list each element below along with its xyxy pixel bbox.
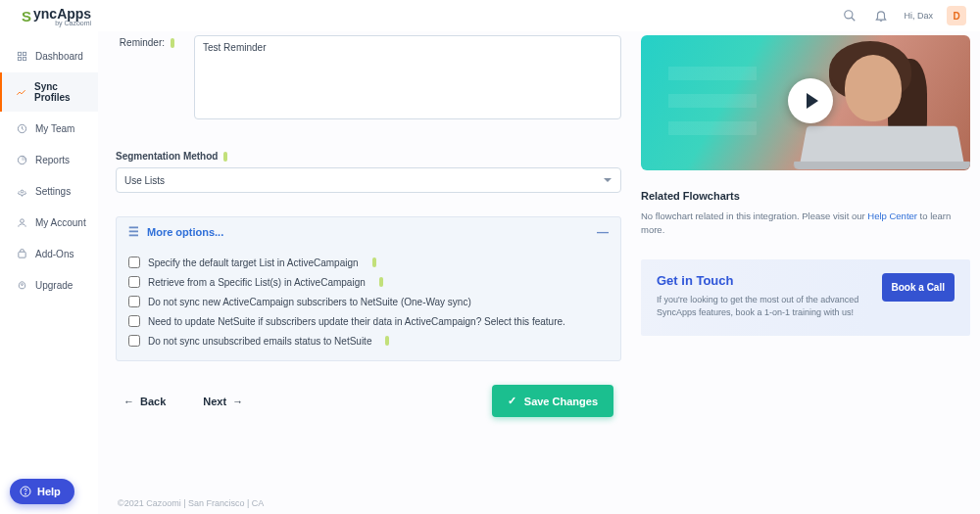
hint-icon[interactable]: [379, 277, 383, 287]
sidebar-item-label: Add-Ons: [35, 249, 74, 259]
option-checkbox[interactable]: [128, 296, 140, 307]
sidebar-item-dashboard[interactable]: Dashboard: [0, 41, 98, 70]
svg-rect-4: [18, 57, 21, 60]
option-checkbox[interactable]: [128, 315, 140, 327]
help-center-link[interactable]: Help Center: [867, 210, 917, 221]
get-in-touch-text: If you're looking to get the most out of…: [657, 294, 872, 320]
sidebar-item-reports[interactable]: Reports: [0, 145, 98, 174]
sidebar-item-label: My Team: [35, 123, 74, 134]
help-label: Help: [37, 486, 61, 497]
arrow-left-icon: ←: [123, 396, 134, 407]
svg-point-9: [20, 218, 24, 222]
save-changes-button[interactable]: ✓ Save Changes: [492, 385, 613, 417]
back-label: Back: [140, 396, 166, 407]
option-label: Specify the default target List in Activ…: [148, 257, 359, 268]
option-label: Do not sync unsubscribed emails status t…: [148, 336, 371, 347]
dashboard-icon: [16, 50, 27, 62]
addons-icon: [16, 248, 27, 259]
related-flowcharts-title: Related Flowcharts: [641, 190, 970, 202]
sidebar-item-label: Upgrade: [35, 280, 73, 291]
sidebar-item-label: Sync Profiles: [34, 81, 88, 103]
help-icon: [20, 486, 31, 497]
reminder-input[interactable]: Test Reminder: [194, 35, 621, 119]
hint-icon[interactable]: [385, 336, 389, 346]
list-icon: ☰: [128, 225, 139, 239]
svg-point-0: [845, 11, 853, 19]
hint-icon[interactable]: [171, 38, 174, 48]
sidebar-item-sync-profiles[interactable]: Sync Profiles: [0, 72, 98, 112]
save-label: Save Changes: [524, 396, 598, 407]
team-icon: [16, 122, 27, 134]
settings-icon: [16, 185, 27, 197]
sidebar: Dashboard Sync Profiles My Team Reports …: [0, 31, 98, 514]
option-checkbox[interactable]: [128, 257, 140, 268]
check-icon: ✓: [508, 395, 516, 407]
svg-line-1: [852, 18, 856, 22]
more-options-toggle[interactable]: ☰ More options... —: [117, 217, 620, 247]
collapse-icon: —: [597, 225, 609, 239]
sidebar-item-label: Reports: [35, 155, 70, 165]
sidebar-item-label: Settings: [35, 186, 71, 197]
search-icon[interactable]: [841, 7, 858, 24]
sidebar-item-settings[interactable]: Settings: [0, 176, 98, 206]
svg-point-8: [21, 190, 24, 193]
help-widget[interactable]: Help: [10, 479, 74, 504]
get-in-touch-title: Get in Touch: [657, 273, 872, 288]
book-a-call-button[interactable]: Book a Call: [882, 273, 955, 302]
more-options-title: More options...: [147, 226, 589, 238]
option-label: Do not sync new ActiveCampaign subscribe…: [148, 297, 471, 307]
next-button[interactable]: Next →: [203, 396, 243, 407]
reports-icon: [16, 154, 27, 165]
get-in-touch-card: Get in Touch If you're looking to get th…: [641, 259, 970, 336]
reminder-label: Reminder:: [116, 35, 174, 48]
hint-icon[interactable]: [223, 152, 227, 162]
svg-rect-10: [18, 252, 24, 257]
bell-icon[interactable]: [872, 7, 890, 24]
segmentation-label: Segmentation Method: [116, 151, 621, 162]
sidebar-item-add-ons[interactable]: Add-Ons: [0, 239, 98, 268]
option-checkbox[interactable]: [128, 335, 140, 347]
svg-point-11: [21, 283, 23, 285]
intro-video[interactable]: [641, 35, 970, 170]
upgrade-icon: [16, 279, 27, 291]
option-row[interactable]: Need to update NetSuite if subscribers u…: [122, 311, 614, 331]
sidebar-item-my-team[interactable]: My Team: [0, 114, 98, 143]
svg-rect-2: [18, 52, 21, 55]
related-flowcharts-text: No flowchart related in this integration…: [641, 210, 970, 238]
account-icon: [16, 216, 27, 228]
avatar[interactable]: D: [947, 6, 966, 25]
segmentation-select[interactable]: Use Lists: [116, 167, 621, 193]
play-icon: [788, 78, 833, 123]
sidebar-item-label: My Account: [35, 217, 86, 228]
sidebar-item-my-account[interactable]: My Account: [0, 208, 98, 237]
more-options-panel: ☰ More options... — Specify the default …: [116, 216, 621, 361]
sync-icon: [16, 86, 26, 98]
option-row[interactable]: Do not sync new ActiveCampaign subscribe…: [122, 292, 614, 311]
back-button[interactable]: ← Back: [123, 396, 166, 407]
svg-point-13: [25, 493, 26, 494]
hint-icon[interactable]: [372, 257, 376, 267]
option-label: Retrieve from a Specific List(s) in Acti…: [148, 277, 366, 288]
svg-rect-3: [23, 52, 25, 55]
next-label: Next: [203, 396, 226, 407]
option-label: Need to update NetSuite if subscribers u…: [148, 316, 565, 327]
greeting-text: Hi, Dax: [904, 11, 933, 21]
arrow-right-icon: →: [232, 396, 243, 407]
svg-rect-5: [23, 57, 25, 60]
brand-logo: S yncApps by Cazoomi: [14, 6, 91, 26]
logo-mark: S: [22, 8, 31, 24]
sidebar-item-upgrade[interactable]: Upgrade: [0, 270, 98, 300]
option-row[interactable]: Retrieve from a Specific List(s) in Acti…: [122, 272, 614, 292]
option-row[interactable]: Specify the default target List in Activ…: [122, 253, 614, 272]
option-row[interactable]: Do not sync unsubscribed emails status t…: [122, 331, 614, 350]
option-checkbox[interactable]: [128, 276, 140, 288]
footer-text: ©2021 Cazoomi | San Francisco | CA: [98, 498, 970, 514]
sidebar-item-label: Dashboard: [35, 51, 83, 62]
